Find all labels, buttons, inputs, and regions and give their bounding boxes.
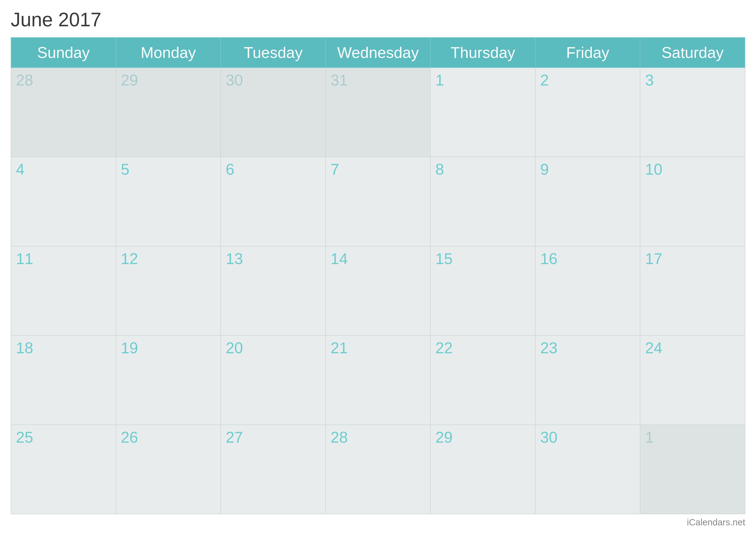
day-number: 3 bbox=[645, 71, 654, 89]
day-number: 25 bbox=[16, 429, 33, 446]
calendar-week-row: 2526272829301 bbox=[11, 425, 745, 514]
calendar-day-cell[interactable]: 26 bbox=[116, 425, 221, 514]
calendar-day-cell[interactable]: 11 bbox=[11, 246, 116, 335]
calendar-day-cell[interactable]: 31 bbox=[326, 68, 431, 157]
calendar-week-row: 18192021222324 bbox=[11, 335, 745, 424]
calendar-day-cell[interactable]: 29 bbox=[116, 68, 221, 157]
day-number: 24 bbox=[645, 339, 662, 357]
calendar-day-cell[interactable]: 2 bbox=[535, 68, 640, 157]
day-number: 19 bbox=[121, 339, 138, 357]
calendar-day-cell[interactable]: 24 bbox=[640, 335, 745, 424]
calendar-day-cell[interactable]: 10 bbox=[640, 157, 745, 246]
day-number: 27 bbox=[226, 429, 243, 446]
day-number: 30 bbox=[540, 429, 557, 446]
day-number: 8 bbox=[435, 161, 444, 178]
calendar-header-cell: Friday bbox=[535, 38, 640, 68]
day-number: 30 bbox=[226, 71, 243, 89]
calendar-day-cell[interactable]: 17 bbox=[640, 246, 745, 335]
page-title: June 2017 bbox=[11, 9, 745, 31]
calendar-day-cell[interactable]: 3 bbox=[640, 68, 745, 157]
calendar-day-cell[interactable]: 22 bbox=[430, 335, 535, 424]
calendar-header-cell: Sunday bbox=[11, 38, 116, 68]
calendar-header-cell: Thursday bbox=[430, 38, 535, 68]
calendar-day-cell[interactable]: 21 bbox=[326, 335, 431, 424]
day-number: 21 bbox=[331, 339, 348, 357]
calendar-day-cell[interactable]: 25 bbox=[11, 425, 116, 514]
day-number: 6 bbox=[226, 161, 234, 178]
day-number: 15 bbox=[435, 250, 452, 267]
calendar-day-cell[interactable]: 27 bbox=[221, 425, 326, 514]
calendar-header-row: SundayMondayTuesdayWednesdayThursdayFrid… bbox=[11, 38, 745, 68]
day-number: 31 bbox=[331, 71, 348, 89]
calendar-day-cell[interactable]: 16 bbox=[535, 246, 640, 335]
calendar-day-cell[interactable]: 28 bbox=[326, 425, 431, 514]
calendar-header-cell: Wednesday bbox=[326, 38, 431, 68]
day-number: 11 bbox=[16, 250, 33, 267]
day-number: 14 bbox=[331, 250, 348, 267]
calendar-header-cell: Saturday bbox=[640, 38, 745, 68]
calendar-day-cell[interactable]: 28 bbox=[11, 68, 116, 157]
calendar-day-cell[interactable]: 5 bbox=[116, 157, 221, 246]
calendar-week-row: 11121314151617 bbox=[11, 246, 745, 335]
calendar-day-cell[interactable]: 29 bbox=[430, 425, 535, 514]
calendar-day-cell[interactable]: 7 bbox=[326, 157, 431, 246]
calendar: SundayMondayTuesdayWednesdayThursdayFrid… bbox=[11, 37, 745, 514]
calendar-day-cell[interactable]: 8 bbox=[430, 157, 535, 246]
day-number: 29 bbox=[121, 71, 138, 89]
day-number: 10 bbox=[645, 161, 662, 178]
calendar-day-cell[interactable]: 1 bbox=[640, 425, 745, 514]
day-number: 12 bbox=[121, 250, 138, 267]
day-number: 29 bbox=[435, 429, 452, 446]
day-number: 16 bbox=[540, 250, 557, 267]
calendar-day-cell[interactable]: 18 bbox=[11, 335, 116, 424]
calendar-day-cell[interactable]: 1 bbox=[430, 68, 535, 157]
calendar-day-cell[interactable]: 23 bbox=[535, 335, 640, 424]
day-number: 17 bbox=[645, 250, 662, 267]
day-number: 18 bbox=[16, 339, 33, 357]
calendar-day-cell[interactable]: 4 bbox=[11, 157, 116, 246]
day-number: 2 bbox=[540, 71, 549, 89]
day-number: 9 bbox=[540, 161, 549, 178]
calendar-day-cell[interactable]: 14 bbox=[326, 246, 431, 335]
day-number: 26 bbox=[121, 429, 138, 446]
calendar-day-cell[interactable]: 12 bbox=[116, 246, 221, 335]
calendar-week-row: 45678910 bbox=[11, 157, 745, 246]
calendar-day-cell[interactable]: 13 bbox=[221, 246, 326, 335]
calendar-day-cell[interactable]: 19 bbox=[116, 335, 221, 424]
day-number: 1 bbox=[645, 429, 654, 446]
day-number: 23 bbox=[540, 339, 557, 357]
calendar-day-cell[interactable]: 9 bbox=[535, 157, 640, 246]
footer-attribution: iCalendars.net bbox=[11, 517, 745, 527]
day-number: 28 bbox=[16, 71, 33, 89]
day-number: 5 bbox=[121, 161, 129, 178]
calendar-day-cell[interactable]: 20 bbox=[221, 335, 326, 424]
calendar-day-cell[interactable]: 6 bbox=[221, 157, 326, 246]
day-number: 22 bbox=[435, 339, 452, 357]
day-number: 28 bbox=[331, 429, 348, 446]
calendar-week-row: 28293031123 bbox=[11, 68, 745, 157]
calendar-day-cell[interactable]: 30 bbox=[535, 425, 640, 514]
calendar-day-cell[interactable]: 15 bbox=[430, 246, 535, 335]
calendar-header-cell: Tuesday bbox=[221, 38, 326, 68]
calendar-header-cell: Monday bbox=[116, 38, 221, 68]
day-number: 7 bbox=[331, 161, 339, 178]
day-number: 20 bbox=[226, 339, 243, 357]
day-number: 13 bbox=[226, 250, 243, 267]
calendar-day-cell[interactable]: 30 bbox=[221, 68, 326, 157]
day-number: 4 bbox=[16, 161, 25, 178]
day-number: 1 bbox=[435, 71, 444, 89]
